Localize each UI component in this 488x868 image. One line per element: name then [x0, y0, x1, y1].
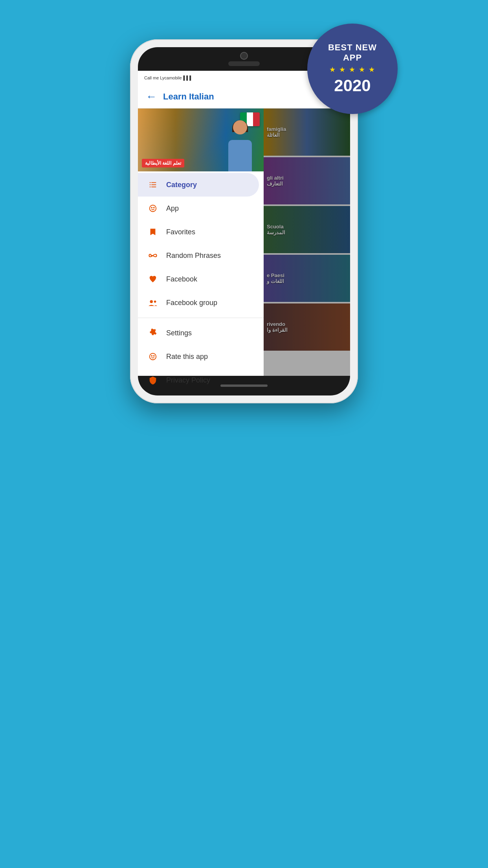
- svg-point-11: [150, 353, 156, 360]
- heart-icon-facebook: [146, 272, 160, 286]
- menu-item-rate-app[interactable]: Rate this app: [138, 345, 264, 368]
- drawer-scrim[interactable]: [264, 108, 350, 376]
- back-button[interactable]: ←: [146, 90, 157, 103]
- signal-icon: ▌▌▌: [183, 75, 193, 80]
- menu-item-favorites[interactable]: Favorites: [138, 220, 264, 244]
- menu-divider: [138, 318, 264, 318]
- svg-point-8: [154, 207, 154, 208]
- menu-item-random-phrases[interactable]: Random Phrases: [138, 244, 264, 267]
- smiley-icon-app: [146, 201, 160, 215]
- navigation-drawer: تعلم اللغة الأيطالية Category: [138, 108, 264, 376]
- badge-title-line2: APP: [343, 53, 362, 63]
- bookmark-icon-favorites: [146, 225, 160, 239]
- menu-label-settings: Settings: [166, 329, 192, 337]
- menu-item-app[interactable]: App: [138, 197, 264, 220]
- svg-point-12: [151, 355, 152, 356]
- phone-speaker: [228, 61, 260, 66]
- menu-label-privacy: Privacy Policy: [166, 376, 210, 384]
- phone-inner: Call me Lycamobile ▌▌▌ ▐░ 9% ← Learn Ita…: [138, 47, 350, 395]
- menu-section-secondary: Settings Rate this app: [138, 320, 264, 395]
- woman-body: [228, 140, 252, 171]
- app-bar-title: Learn Italian: [163, 92, 214, 102]
- drawer-header-text: تعلم اللغة الأيطالية: [142, 159, 184, 167]
- menu-label-random-phrases: Random Phrases: [166, 252, 221, 260]
- svg-point-9: [150, 300, 153, 303]
- badge-year: 2020: [334, 76, 371, 95]
- badge-stars: ★ ★ ★ ★ ★: [329, 65, 376, 74]
- svg-point-13: [154, 355, 154, 356]
- menu-label-facebook-group: Facebook group: [166, 299, 217, 307]
- menu-label-facebook: Facebook: [166, 275, 197, 283]
- screen-content: تعلم اللغة الأيطالية Category: [138, 108, 350, 376]
- menu-label-rate-app: Rate this app: [166, 353, 208, 361]
- svg-rect-4: [150, 187, 151, 188]
- carrier-name: Call me Lycamobile: [144, 75, 182, 80]
- infinity-icon: [146, 248, 160, 263]
- svg-rect-5: [151, 187, 156, 188]
- shield-icon: [146, 373, 160, 387]
- status-left: Call me Lycamobile ▌▌▌: [144, 75, 193, 80]
- menu-item-settings[interactable]: Settings: [138, 321, 264, 345]
- menu-section-main: Category App: [138, 171, 264, 316]
- woman-figure: [224, 120, 256, 171]
- svg-point-6: [150, 205, 156, 212]
- menu-item-more[interactable]: moor: [138, 392, 264, 395]
- gear-icon: [146, 326, 160, 340]
- menu-item-privacy[interactable]: Privacy Policy: [138, 368, 264, 392]
- menu-label-category: Category: [166, 181, 197, 189]
- drawer-header: تعلم اللغة الأيطالية: [138, 108, 264, 171]
- list-icon: [146, 178, 160, 192]
- menu-label-favorites: Favorites: [166, 228, 195, 236]
- menu-label-app: App: [166, 204, 179, 213]
- menu-item-category[interactable]: Category: [138, 173, 259, 197]
- svg-rect-2: [150, 184, 151, 185]
- menu-item-facebook[interactable]: Facebook: [138, 267, 264, 291]
- svg-rect-0: [150, 182, 151, 183]
- badge-title-line1: BEST NEW: [328, 42, 377, 53]
- best-new-app-badge: BEST NEW APP ★ ★ ★ ★ ★ 2020: [307, 24, 398, 114]
- woman-head: [233, 120, 247, 134]
- phone-camera: [240, 52, 248, 60]
- group-icon-facebook: [146, 296, 160, 310]
- svg-rect-3: [151, 184, 156, 185]
- smiley-icon-rate: [146, 349, 160, 364]
- svg-point-7: [151, 207, 152, 208]
- drawer-header-image: تعلم اللغة الأيطالية: [138, 108, 264, 171]
- menu-item-facebook-group[interactable]: Facebook group: [138, 291, 264, 314]
- svg-rect-1: [151, 182, 156, 183]
- svg-point-10: [154, 300, 156, 303]
